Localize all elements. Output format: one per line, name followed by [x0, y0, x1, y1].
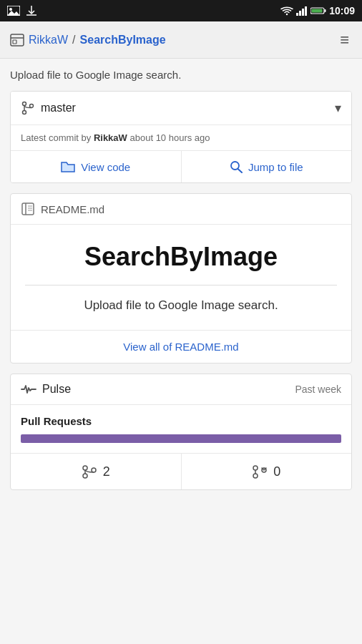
svg-rect-5 [302, 9, 304, 16]
pr-bar [21, 434, 341, 443]
commit-author: RikkaW [94, 132, 127, 143]
pr-closed-icon [252, 464, 268, 479]
svg-point-15 [30, 104, 34, 108]
pulse-card: Pulse Past week Pull Requests 2 [10, 374, 352, 490]
readme-footer: View all of README.md [11, 330, 351, 363]
repo-title: RikkaW / SearchByImage [10, 34, 166, 47]
branch-selector[interactable]: master ▾ [11, 92, 351, 125]
pr-counts: 2 0 [11, 453, 351, 489]
pulse-title: Pulse [42, 383, 71, 396]
commit-suffix: about 10 hours ago [129, 132, 210, 143]
time-display: 10:09 [329, 5, 355, 16]
svg-line-18 [238, 169, 242, 172]
svg-rect-8 [325, 9, 326, 12]
search-icon [230, 160, 243, 173]
readme-header: README.md [11, 194, 351, 225]
view-code-label: View code [81, 161, 130, 173]
svg-rect-12 [13, 40, 16, 44]
svg-point-29 [253, 474, 258, 478]
pr-section-title: Pull Requests [21, 415, 341, 427]
pr-open-count: 2 [103, 464, 110, 479]
svg-rect-4 [299, 11, 301, 16]
branch-card: master ▾ Latest commit by RikkaW about 1… [10, 91, 352, 183]
top-nav: RikkaW / SearchByImage ≡ [0, 21, 362, 59]
pulse-header-left: Pulse [21, 383, 71, 396]
svg-rect-19 [22, 203, 34, 215]
status-bar: 10:09 [0, 0, 362, 21]
jump-to-file-label: Jump to file [248, 161, 303, 173]
commit-info: Latest commit by RikkaW about 10 hours a… [11, 125, 351, 150]
pulse-icon [21, 384, 36, 395]
readme-divider [25, 285, 337, 286]
svg-point-28 [253, 466, 258, 470]
hamburger-button[interactable]: ≡ [337, 28, 352, 52]
svg-rect-9 [312, 9, 323, 13]
pr-open-count-item: 2 [11, 454, 182, 489]
readme-title: SearchByImage [25, 242, 337, 272]
git-branch-icon [21, 101, 35, 115]
status-bar-left [7, 6, 37, 16]
pull-requests-section: Pull Requests [11, 405, 351, 443]
svg-rect-3 [296, 13, 298, 16]
action-buttons: View code Jump to file [11, 150, 351, 182]
pr-open-icon [82, 464, 97, 479]
svg-point-1 [9, 8, 12, 11]
signal-icon [296, 6, 308, 16]
chevron-down-icon: ▾ [335, 100, 341, 116]
image-icon [7, 6, 20, 16]
main-content: Upload file to Google Image search. mast… [0, 59, 362, 490]
branch-name: master [41, 102, 76, 114]
svg-point-13 [23, 102, 26, 106]
folder-icon [61, 160, 75, 173]
pulse-header: Pulse Past week [11, 374, 351, 405]
pr-closed-count-item: 0 [182, 454, 352, 489]
jump-to-file-button[interactable]: Jump to file [182, 151, 352, 182]
repo-slash: / [72, 34, 75, 47]
repo-description: Upload file to Google Image search. [10, 69, 352, 81]
svg-rect-6 [305, 6, 307, 16]
view-code-button[interactable]: View code [11, 151, 182, 182]
repo-name-link[interactable]: SearchByImage [80, 34, 166, 47]
svg-point-14 [23, 111, 26, 114]
pr-closed-count: 0 [273, 464, 280, 479]
readme-description: Upload file to Google Image search. [25, 298, 337, 313]
svg-point-25 [83, 474, 87, 478]
repo-icon [10, 34, 24, 47]
battery-icon [310, 6, 326, 15]
commit-prefix: Latest commit by [21, 132, 91, 143]
readme-body: SearchByImage Upload file to Google Imag… [11, 225, 351, 330]
repo-owner-link[interactable]: RikkaW [29, 34, 68, 47]
status-bar-right: 10:09 [280, 5, 355, 16]
wifi-icon [280, 6, 293, 16]
branch-selector-left: master [21, 101, 76, 115]
readme-filename: README.md [41, 203, 104, 215]
book-icon [21, 203, 35, 215]
svg-point-26 [92, 468, 96, 472]
view-all-readme-link[interactable]: View all of README.md [123, 341, 238, 353]
pulse-period: Past week [295, 384, 341, 395]
download-icon [26, 6, 37, 16]
readme-card: README.md SearchByImage Upload file to G… [10, 193, 352, 364]
